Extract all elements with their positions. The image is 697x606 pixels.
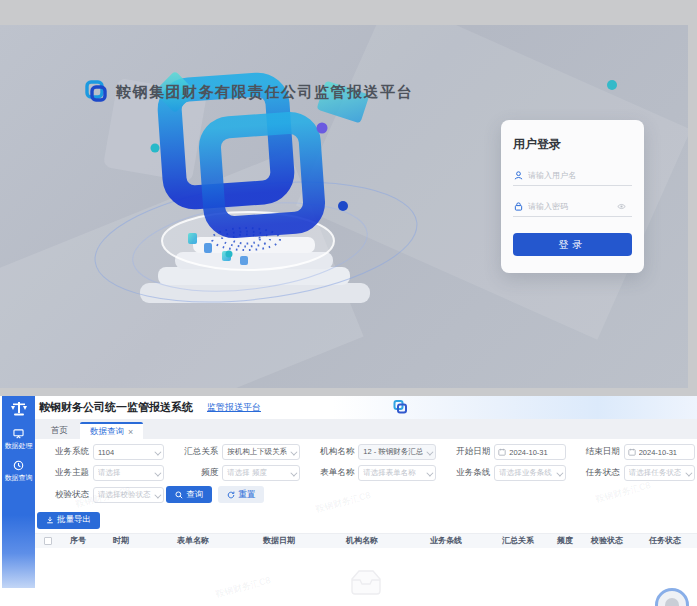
results-table: 序号 时期 表单名称 数据日期 机构名称 业务条线 汇总关系 频度 校验状态 任… (35, 533, 697, 606)
filter-label: 业务条线 (438, 467, 490, 479)
filter-label: 结束日期 (568, 446, 620, 458)
filter-label: 业务主题 (37, 467, 89, 479)
app-main: 鞍钢财务公司统一监管报送系统 监管报送平台 首页 数据查询 × (35, 396, 697, 606)
filter-business-system: 业务系统 1104 (37, 444, 164, 460)
frequency-select[interactable]: 请选择 频度 (222, 465, 300, 481)
chevron-down-icon (685, 470, 692, 477)
filter-summary-relation: 汇总关系 按机构上下级关系 (166, 444, 300, 460)
screenshot-canvas: 鞍钢集团财务有限责任公司监管报送平台 用户登录 (0, 0, 697, 606)
col-validation-status: 校验状态 (581, 535, 633, 546)
brand: 鞍钢集团财务有限责任公司监管报送平台 (84, 80, 413, 104)
form-name-select[interactable]: 请选择表单名称 (358, 465, 436, 481)
tab-label: 首页 (51, 425, 68, 437)
login-card: 用户登录 登录 (501, 120, 644, 273)
sidebar-item-data-processing[interactable]: 数据处理 (5, 429, 33, 451)
platform-title: 鞍钢集团财务有限责任公司监管报送平台 (116, 83, 413, 102)
login-page: 鞍钢集团财务有限责任公司监管报送平台 用户登录 (0, 25, 688, 388)
password-field[interactable] (513, 198, 632, 217)
filter-label: 机构名称 (302, 446, 354, 458)
business-system-select[interactable]: 1104 (93, 444, 164, 460)
tab-data-query[interactable]: 数据查询 × (80, 422, 143, 439)
report-system: 数据处理 数据查询 鞍钢财务公司统一监管报送系统 监管报送平台 (0, 396, 697, 606)
summary-relation-select[interactable]: 按机构上下级关系 (222, 444, 300, 460)
batch-export-button[interactable]: 批量导出 (37, 512, 100, 529)
chevron-down-icon (155, 491, 162, 498)
end-date-input[interactable]: 2024-10-31 (624, 444, 695, 460)
filter-label: 汇总关系 (166, 446, 218, 458)
filter-label: 频度 (166, 467, 218, 479)
filter-business-topic: 业务主题 请选择 (37, 465, 164, 481)
business-topic-select[interactable]: 请选择 (93, 465, 164, 481)
chevron-down-icon (155, 470, 162, 477)
table-header-row: 序号 时期 表单名称 数据日期 机构名称 业务条线 汇总关系 频度 校验状态 任… (35, 533, 697, 548)
chevron-down-icon (155, 449, 162, 456)
filter-label: 表单名称 (302, 467, 354, 479)
chevron-down-icon (556, 470, 563, 477)
empty-inbox-icon (347, 569, 385, 597)
header-cube-decoration (393, 400, 407, 414)
lock-icon (514, 202, 523, 211)
calendar-icon (628, 448, 636, 456)
filter-institution-name: 机构名称 12 - 鞍钢财务汇总 (302, 444, 436, 460)
col-summary-relation: 汇总关系 (487, 535, 549, 546)
tab-home[interactable]: 首页 (41, 422, 78, 439)
col-task-status: 任务状态 (633, 535, 697, 546)
user-icon (514, 171, 523, 180)
filter-validation-status: 校验状态 请选择校验状态 (37, 486, 164, 503)
portal-link[interactable]: 监管报送平台 (207, 401, 261, 414)
platform-logo-icon (84, 80, 108, 104)
password-input[interactable] (528, 202, 612, 211)
sidebar: 数据处理 数据查询 (2, 396, 35, 588)
filter-label: 业务系统 (37, 446, 89, 458)
download-icon (46, 516, 54, 524)
chevron-down-icon (291, 470, 298, 477)
filter-start-date: 开始日期 2024-10-31 (438, 444, 565, 460)
login-button[interactable]: 登录 (513, 233, 632, 256)
query-button[interactable]: 查询 (166, 486, 212, 503)
col-serial: 序号 (61, 535, 95, 546)
chevron-down-icon (427, 470, 434, 477)
empty-state (35, 548, 697, 606)
tab-close-icon[interactable]: × (128, 427, 133, 437)
table-toolbar: 批量导出 (35, 505, 697, 533)
select-all-checkbox[interactable] (44, 537, 52, 545)
business-line-select[interactable]: 请选择业务条线 (494, 465, 565, 481)
username-input[interactable] (528, 171, 612, 180)
chevron-down-icon (291, 449, 298, 456)
sidebar-item-label: 数据查询 (5, 473, 33, 483)
sidebar-item-data-query[interactable]: 数据查询 (5, 460, 33, 483)
filter-end-date: 结束日期 2024-10-31 (568, 444, 695, 460)
app-title: 鞍钢财务公司统一监管报送系统 (39, 400, 193, 415)
filter-label: 校验状态 (37, 489, 89, 501)
chevron-down-icon (427, 449, 434, 456)
scale-logo-icon (9, 401, 29, 419)
filter-frequency: 频度 请选择 频度 (166, 465, 300, 481)
col-data-date: 数据日期 (239, 535, 319, 546)
eye-icon[interactable] (617, 203, 626, 210)
monitor-icon (13, 429, 24, 439)
username-field[interactable] (513, 167, 632, 186)
filter-label: 开始日期 (438, 446, 490, 458)
app-header: 鞍钢财务公司统一监管报送系统 监管报送平台 (35, 396, 697, 419)
filter-actions: 查询 重置 (166, 486, 300, 503)
task-status-select[interactable]: 请选择任务状态 (624, 465, 695, 481)
institution-name-select[interactable]: 12 - 鞍钢财务汇总 (358, 444, 436, 460)
validation-status-select[interactable]: 请选择校验状态 (93, 487, 164, 503)
tab-label: 数据查询 (90, 426, 124, 438)
col-form-name: 表单名称 (147, 535, 239, 546)
filter-panel: 业务系统 1104 汇总关系 按机构上下级关系 (35, 439, 697, 505)
search-icon (175, 491, 183, 499)
col-business-line: 业务条线 (405, 535, 487, 546)
filter-label: 任务状态 (568, 467, 620, 479)
filter-task-status: 任务状态 请选择任务状态 (568, 465, 695, 481)
clock-icon (13, 460, 24, 471)
calendar-icon (498, 448, 506, 456)
filter-form-name: 表单名称 请选择表单名称 (302, 465, 436, 481)
refresh-icon (227, 491, 235, 499)
filter-business-line: 业务条线 请选择业务条线 (438, 465, 565, 481)
reset-button[interactable]: 重置 (218, 486, 264, 503)
col-institution-name: 机构名称 (319, 535, 405, 546)
col-period: 时期 (95, 535, 147, 546)
sidebar-item-label: 数据处理 (5, 441, 33, 451)
start-date-input[interactable]: 2024-10-31 (494, 444, 565, 460)
